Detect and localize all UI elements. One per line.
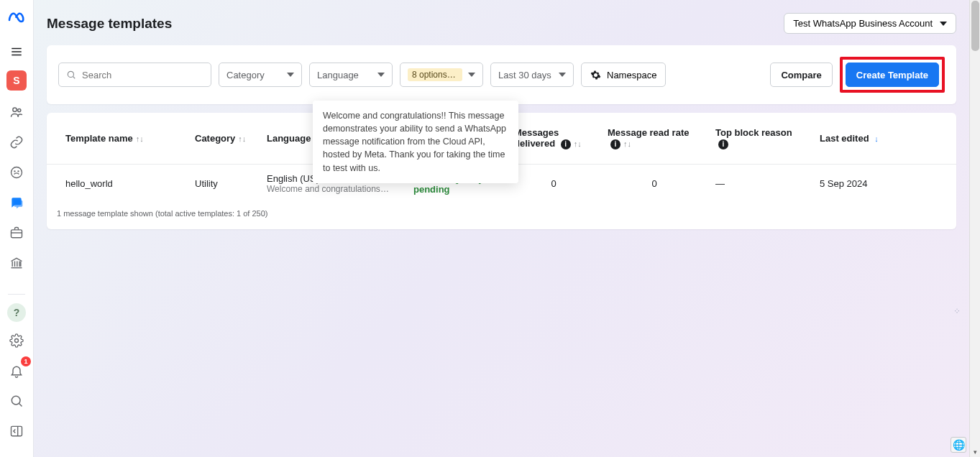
svg-point-7 <box>18 171 19 172</box>
search-icon[interactable] <box>5 389 28 412</box>
search-input[interactable] <box>82 70 203 80</box>
svg-point-10 <box>12 396 20 405</box>
gear-icon <box>590 70 601 80</box>
app-tile[interactable]: S <box>6 70 27 91</box>
col-last-edited[interactable]: Last edited ↓ <box>812 113 956 164</box>
notifications-icon[interactable]: 1 <box>5 359 28 382</box>
briefcase-icon[interactable] <box>5 221 28 244</box>
category-filter-label: Category <box>226 70 265 80</box>
date-range-filter[interactable]: Last 30 days <box>490 63 574 87</box>
help-icon[interactable]: ? <box>7 303 26 322</box>
main-content: Message templates Test WhatsApp Business… <box>34 0 969 457</box>
svg-line-15 <box>73 76 75 78</box>
annotation-highlight: Create Template <box>840 57 945 93</box>
cell-read-rate: 0 <box>600 164 708 203</box>
info-icon: i <box>610 139 620 149</box>
sort-icon: ↑↓ <box>574 139 582 148</box>
status-options-filter[interactable]: 8 options sele... <box>400 63 483 87</box>
settings-icon[interactable] <box>5 329 28 352</box>
caret-down-icon <box>468 73 475 77</box>
sort-icon: ↑↓ <box>623 139 631 148</box>
sort-icon: ↑↓ <box>238 134 246 143</box>
svg-point-9 <box>15 339 19 343</box>
scroll-down-icon[interactable]: ▾ <box>970 446 980 457</box>
sort-icon: ↑↓ <box>136 134 144 143</box>
sidebar: S ? 1 <box>0 0 34 457</box>
window-scrollbar[interactable]: ▴ ▾ <box>969 0 980 457</box>
svg-rect-8 <box>12 230 22 238</box>
sort-down-icon: ↓ <box>874 134 879 143</box>
search-icon <box>66 70 76 80</box>
caret-down-icon <box>940 22 947 26</box>
link-icon[interactable] <box>5 131 28 154</box>
cell-delivered: 0 <box>507 164 600 203</box>
info-icon: i <box>718 139 728 149</box>
svg-point-14 <box>68 71 73 77</box>
caret-down-icon <box>287 73 294 77</box>
sidebar-divider <box>8 294 25 295</box>
account-label: Test WhatsApp Business Account <box>793 18 933 29</box>
col-read-rate[interactable]: Message read rate i↑↓ <box>600 113 708 164</box>
search-input-wrap[interactable] <box>58 63 211 87</box>
svg-point-4 <box>18 109 21 111</box>
date-range-label: Last 30 days <box>498 70 551 80</box>
col-template-name[interactable]: Template name↑↓ <box>47 113 188 164</box>
language-filter-label: Language <box>317 70 359 80</box>
col-block-reason: Top block reason i <box>708 113 812 164</box>
collapse-icon[interactable] <box>5 420 28 443</box>
svg-rect-12 <box>12 426 22 435</box>
create-template-button[interactable]: Create Template <box>846 63 939 87</box>
preview-tooltip: Welcome and congratulations!! This messa… <box>313 101 518 183</box>
cell-block-reason: — <box>708 164 812 203</box>
svg-point-6 <box>14 171 15 172</box>
globe-icon[interactable]: 🌐 <box>951 437 966 453</box>
caret-down-icon <box>377 73 385 77</box>
dashboard-icon[interactable] <box>5 161 28 184</box>
notification-badge: 1 <box>21 356 31 366</box>
page-title: Message templates <box>47 16 172 32</box>
meta-logo-icon[interactable] <box>8 10 25 27</box>
table-footer-note: 1 message template shown (total active t… <box>47 203 956 229</box>
status-options-label: 8 options sele... <box>408 68 462 81</box>
chat-icon[interactable] <box>5 191 28 214</box>
feedback-icon[interactable]: ⁘ <box>953 306 966 316</box>
toolbar: Category Language 8 options sele... Last… <box>47 45 956 104</box>
users-icon[interactable] <box>5 101 28 124</box>
cell-name: hello_world <box>47 164 188 203</box>
account-selector[interactable]: Test WhatsApp Business Account <box>784 13 956 34</box>
language-filter[interactable]: Language <box>309 63 393 87</box>
namespace-button[interactable]: Namespace <box>581 63 666 87</box>
svg-line-11 <box>19 404 22 407</box>
info-icon: i <box>561 139 571 149</box>
svg-point-5 <box>12 167 22 178</box>
cell-last-edited: 5 Sep 2024 <box>812 164 956 203</box>
col-delivered[interactable]: Messages delivered i↑↓ <box>507 113 600 164</box>
bank-icon[interactable] <box>5 251 28 274</box>
menu-icon[interactable] <box>5 40 28 63</box>
category-filter[interactable]: Category <box>219 63 302 87</box>
col-category[interactable]: Category↑↓ <box>188 113 260 164</box>
caret-down-icon <box>559 73 566 77</box>
compare-button[interactable]: Compare <box>770 63 832 87</box>
svg-point-3 <box>13 108 17 111</box>
scrollbar-thumb[interactable] <box>971 1 979 51</box>
namespace-label: Namespace <box>607 70 656 80</box>
cell-category: Utility <box>188 164 260 203</box>
